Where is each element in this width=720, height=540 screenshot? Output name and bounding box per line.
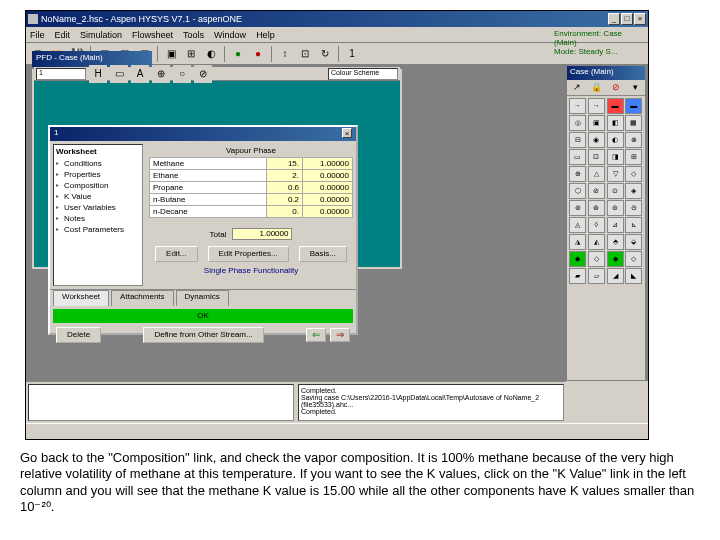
window-title: NoName_2.hsc - Aspen HYSYS V7.1 - aspenO… — [41, 14, 608, 24]
palette-item[interactable]: ▬ — [625, 98, 642, 114]
edit-button[interactable]: Edit... — [155, 246, 197, 262]
menu-window[interactable]: Window — [214, 30, 246, 40]
tree-uservars[interactable]: User Variables — [56, 202, 140, 213]
palette-item[interactable]: ▦ — [625, 115, 642, 131]
palette-item[interactable]: ⊟ — [569, 132, 586, 148]
palette-title: Case (Main) — [567, 66, 645, 80]
tree-cost[interactable]: Cost Parameters — [56, 224, 140, 235]
palette-item[interactable]: ⊕ — [569, 166, 586, 182]
palette-item[interactable]: ⊾ — [625, 217, 642, 233]
palette-item[interactable]: ◮ — [569, 234, 586, 250]
worksheet-tree: Worksheet Conditions Properties Composit… — [53, 144, 143, 286]
palette-item[interactable]: → — [588, 98, 605, 114]
palette-item[interactable]: ◬ — [569, 217, 586, 233]
tool-icon[interactable]: ⊡ — [296, 45, 314, 63]
tool-icon[interactable]: ▣ — [162, 45, 180, 63]
menu-simulation[interactable]: Simulation — [80, 30, 122, 40]
menu-edit[interactable]: Edit — [55, 30, 71, 40]
tool-icon[interactable]: ⊞ — [182, 45, 200, 63]
maximize-button[interactable]: □ — [621, 13, 633, 25]
menu-help[interactable]: Help — [256, 30, 275, 40]
basis-button[interactable]: Basis... — [299, 246, 347, 262]
tree-conditions[interactable]: Conditions — [56, 158, 140, 169]
palette-arrow-icon[interactable]: ↗ — [567, 80, 587, 95]
pfd-tool-icon[interactable]: ⊘ — [194, 65, 212, 83]
palette-item[interactable]: ⊡ — [588, 149, 605, 165]
tab-dynamics[interactable]: Dynamics — [176, 290, 229, 306]
palette-item[interactable]: ⊝ — [625, 200, 642, 216]
tree-kvalue[interactable]: K Value — [56, 191, 140, 202]
tree-properties[interactable]: Properties — [56, 169, 140, 180]
define-button[interactable]: Define from Other Stream... — [143, 327, 263, 343]
palette-item[interactable]: ◉ — [588, 132, 605, 148]
palette-item[interactable]: ⊚ — [569, 200, 586, 216]
menu-tools[interactable]: Tools — [183, 30, 204, 40]
tool-icon[interactable]: 1 — [343, 45, 361, 63]
palette-item[interactable]: ◆ — [569, 251, 586, 267]
palette-item[interactable]: ⊞ — [625, 149, 642, 165]
tool-icon[interactable]: ↻ — [316, 45, 334, 63]
phase-functionality-link[interactable]: Single Phase Functionality — [149, 266, 353, 275]
palette-item[interactable]: △ — [588, 166, 605, 182]
delete-button[interactable]: Delete — [56, 327, 101, 343]
palette-item[interactable]: ⊜ — [607, 200, 624, 216]
palette-lock-icon[interactable]: 🔒 — [587, 80, 607, 95]
colour-scheme-select[interactable]: Colour Scheme — [328, 68, 398, 80]
tool-icon[interactable]: ◐ — [202, 45, 220, 63]
prev-arrow-icon[interactable]: ⇐ — [306, 328, 326, 342]
palette-item[interactable]: ▣ — [588, 115, 605, 131]
menu-file[interactable]: File — [30, 30, 45, 40]
palette-item[interactable]: ◎ — [569, 115, 586, 131]
palette-item[interactable]: ◆ — [607, 251, 624, 267]
palette-item[interactable]: ◣ — [625, 268, 642, 284]
palette-item[interactable]: ⊘ — [588, 183, 605, 199]
tab-worksheet[interactable]: Worksheet — [53, 290, 109, 306]
stop-icon[interactable]: ● — [249, 45, 267, 63]
tree-notes[interactable]: Notes — [56, 213, 140, 224]
pfd-selector[interactable]: 1 — [36, 68, 86, 80]
palette-cancel-icon[interactable]: ⊘ — [606, 80, 626, 95]
pfd-tool-icon[interactable]: ▭ — [110, 65, 128, 83]
run-icon[interactable]: ● — [229, 45, 247, 63]
palette-item[interactable]: ◇ — [625, 251, 642, 267]
palette-item[interactable]: → — [569, 98, 586, 114]
tool-icon[interactable]: ↕ — [276, 45, 294, 63]
tree-composition[interactable]: Composition — [56, 180, 140, 191]
title-bar: NoName_2.hsc - Aspen HYSYS V7.1 - aspenO… — [26, 11, 648, 27]
next-arrow-icon[interactable]: ⇒ — [330, 328, 350, 342]
palette-item[interactable]: ⬘ — [607, 234, 624, 250]
palette-item[interactable]: ▰ — [569, 268, 586, 284]
palette-item[interactable]: ◇ — [588, 251, 605, 267]
palette-item[interactable]: ◇ — [625, 166, 642, 182]
palette-item[interactable]: ⊗ — [625, 132, 642, 148]
table-row: Methane15.1.00000 — [150, 158, 353, 170]
tab-attachments[interactable]: Attachments — [111, 290, 173, 306]
palette-item[interactable]: ⊛ — [588, 200, 605, 216]
palette-expand-icon[interactable]: ▾ — [626, 80, 646, 95]
palette-item[interactable]: ◨ — [607, 149, 624, 165]
palette-item[interactable]: ⊿ — [607, 217, 624, 233]
menu-flowsheet[interactable]: Flowsheet — [132, 30, 173, 40]
palette-item[interactable]: ▭ — [569, 149, 586, 165]
palette-item[interactable]: ◐ — [607, 132, 624, 148]
palette-item[interactable]: ▽ — [607, 166, 624, 182]
close-button[interactable]: × — [634, 13, 646, 25]
pfd-tool-icon[interactable]: ⊕ — [152, 65, 170, 83]
environment-indicator: Environment: Case (Main) Mode: Steady S.… — [554, 29, 644, 56]
minimize-button[interactable]: _ — [608, 13, 620, 25]
palette-item[interactable]: ▱ — [588, 268, 605, 284]
palette-item[interactable]: ⊙ — [607, 183, 624, 199]
palette-item[interactable]: ◊ — [588, 217, 605, 233]
palette-item[interactable]: ◧ — [607, 115, 624, 131]
palette-item[interactable]: ⬡ — [569, 183, 586, 199]
palette-item[interactable]: ◢ — [607, 268, 624, 284]
palette-item[interactable]: ◭ — [588, 234, 605, 250]
edit-properties-button[interactable]: Edit Properties... — [208, 246, 289, 262]
pfd-tool-icon[interactable]: A — [131, 65, 149, 83]
palette-item[interactable]: ◈ — [625, 183, 642, 199]
dialog-close-icon[interactable]: × — [342, 128, 352, 138]
palette-item[interactable]: ⬙ — [625, 234, 642, 250]
pfd-tool-icon[interactable]: H — [89, 65, 107, 83]
palette-item[interactable]: ▬ — [607, 98, 624, 114]
pfd-tool-icon[interactable]: ○ — [173, 65, 191, 83]
